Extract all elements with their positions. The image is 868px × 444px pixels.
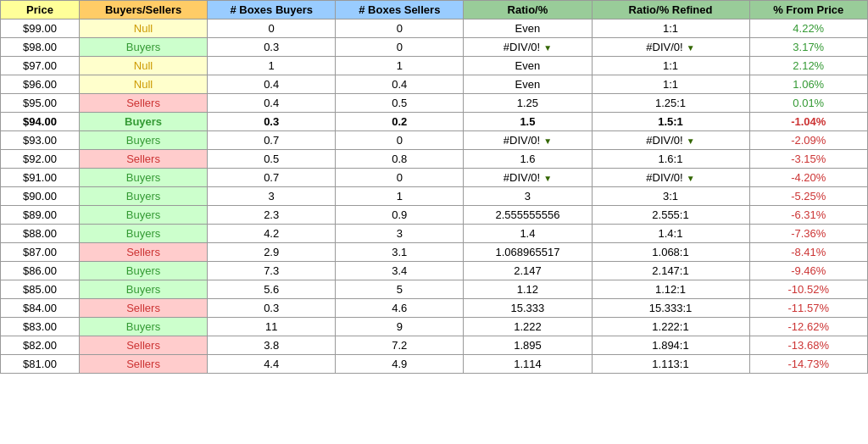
ratio-refined-cell: #DIV/0!▼ (592, 169, 749, 187)
boxes-sellers-cell: 0.9 (336, 206, 464, 225)
ratio-refined-cell: 1:1 (592, 57, 749, 75)
buyers-sellers-cell: Buyers (80, 38, 208, 57)
ratio-refined-cell: 1.5:1 (592, 113, 749, 131)
price-cell: $99.00 (1, 19, 80, 38)
ratio-refined-cell: #DIV/0!▼ (592, 131, 749, 150)
boxes-sellers-cell: 1 (336, 187, 464, 206)
from-price-cell: -12.62% (749, 318, 868, 336)
boxes-sellers-cell: 0 (336, 169, 464, 187)
boxes-sellers-cell: 3.1 (336, 243, 464, 262)
ratio-cell: 1.6 (464, 150, 592, 169)
ratio-refined-cell: 1.25:1 (592, 94, 749, 113)
ratio-cell: 15.333 (464, 299, 592, 318)
boxes-buyers-cell: 4.2 (208, 225, 336, 243)
ratio-refined-cell: 1.222:1 (592, 318, 749, 336)
boxes-buyers-cell: 0.7 (208, 131, 336, 150)
boxes-buyers-cell: 2.9 (208, 243, 336, 262)
from-price-cell: -14.73% (749, 355, 868, 374)
boxes-buyers-cell: 0.3 (208, 299, 336, 318)
ratio-refined-cell: 1.4:1 (592, 225, 749, 243)
price-cell: $94.00 (1, 113, 80, 131)
price-cell: $91.00 (1, 169, 80, 187)
header-boxes-buyers: # Boxes Buyers (208, 1, 336, 19)
ratio-refined-cell: 2.555:1 (592, 206, 749, 225)
price-cell: $81.00 (1, 355, 80, 374)
boxes-sellers-cell: 7.2 (336, 336, 464, 355)
boxes-buyers-cell: 0.5 (208, 150, 336, 169)
ratio-refined-cell: 2.147:1 (592, 262, 749, 280)
boxes-sellers-cell: 0 (336, 38, 464, 57)
buyers-sellers-cell: Buyers (80, 280, 208, 299)
boxes-buyers-cell: 0.7 (208, 169, 336, 187)
from-price-cell: -7.36% (749, 225, 868, 243)
boxes-sellers-cell: 9 (336, 318, 464, 336)
ratio-cell: 1.5 (464, 113, 592, 131)
from-price-cell: 1.06% (749, 75, 868, 94)
ratio-cell: #DIV/0!▼ (464, 131, 592, 150)
ratio-refined-cell: 1.894:1 (592, 336, 749, 355)
boxes-sellers-cell: 0 (336, 19, 464, 38)
header-buyers-sellers: Buyers/Sellers (80, 1, 208, 19)
header-price: Price (1, 1, 80, 19)
ratio-cell: 2.147 (464, 262, 592, 280)
price-cell: $85.00 (1, 280, 80, 299)
header-boxes-sellers: # Boxes Sellers (336, 1, 464, 19)
buyers-sellers-cell: Buyers (80, 113, 208, 131)
boxes-sellers-cell: 4.9 (336, 355, 464, 374)
boxes-buyers-cell: 5.6 (208, 280, 336, 299)
buyers-sellers-cell: Buyers (80, 318, 208, 336)
ratio-cell: 2.555555556 (464, 206, 592, 225)
boxes-sellers-cell: 0 (336, 131, 464, 150)
from-price-cell: -9.46% (749, 262, 868, 280)
buyers-sellers-cell: Null (80, 19, 208, 38)
ratio-cell: #DIV/0!▼ (464, 169, 592, 187)
ratio-refined-cell: 1.068:1 (592, 243, 749, 262)
boxes-buyers-cell: 11 (208, 318, 336, 336)
boxes-sellers-cell: 0.5 (336, 94, 464, 113)
ratio-cell: Even (464, 57, 592, 75)
boxes-buyers-cell: 4.4 (208, 355, 336, 374)
buyers-sellers-cell: Sellers (80, 94, 208, 113)
boxes-sellers-cell: 1 (336, 57, 464, 75)
buyers-sellers-cell: Sellers (80, 336, 208, 355)
ratio-cell: 1.4 (464, 225, 592, 243)
from-price-cell: 3.17% (749, 38, 868, 57)
ratio-cell: 1.12 (464, 280, 592, 299)
price-cell: $83.00 (1, 318, 80, 336)
buyers-sellers-cell: Sellers (80, 150, 208, 169)
buyers-sellers-cell: Buyers (80, 131, 208, 150)
boxes-sellers-cell: 0.2 (336, 113, 464, 131)
boxes-buyers-cell: 0.3 (208, 113, 336, 131)
price-cell: $86.00 (1, 262, 80, 280)
ratio-refined-cell: #DIV/0!▼ (592, 38, 749, 57)
buyers-sellers-cell: Buyers (80, 225, 208, 243)
boxes-buyers-cell: 3 (208, 187, 336, 206)
from-price-cell: 2.12% (749, 57, 868, 75)
ratio-refined-cell: 1.12:1 (592, 280, 749, 299)
buyers-sellers-cell: Sellers (80, 299, 208, 318)
from-price-cell: -13.68% (749, 336, 868, 355)
ratio-cell: #DIV/0!▼ (464, 38, 592, 57)
from-price-cell: 0.01% (749, 94, 868, 113)
from-price-cell: -10.52% (749, 280, 868, 299)
boxes-buyers-cell: 0.4 (208, 94, 336, 113)
main-table: Price Buyers/Sellers # Boxes Buyers # Bo… (0, 0, 868, 374)
price-cell: $93.00 (1, 131, 80, 150)
boxes-sellers-cell: 3.4 (336, 262, 464, 280)
buyers-sellers-cell: Buyers (80, 262, 208, 280)
price-cell: $84.00 (1, 299, 80, 318)
from-price-cell: -4.20% (749, 169, 868, 187)
price-cell: $90.00 (1, 187, 80, 206)
boxes-sellers-cell: 3 (336, 225, 464, 243)
price-cell: $96.00 (1, 75, 80, 94)
ratio-refined-cell: 1:1 (592, 75, 749, 94)
from-price-cell: -1.04% (749, 113, 868, 131)
from-price-cell: -6.31% (749, 206, 868, 225)
ratio-refined-cell: 1.6:1 (592, 150, 749, 169)
boxes-sellers-cell: 4.6 (336, 299, 464, 318)
buyers-sellers-cell: Sellers (80, 243, 208, 262)
from-price-cell: -3.15% (749, 150, 868, 169)
buyers-sellers-cell: Null (80, 75, 208, 94)
buyers-sellers-cell: Buyers (80, 169, 208, 187)
price-cell: $89.00 (1, 206, 80, 225)
